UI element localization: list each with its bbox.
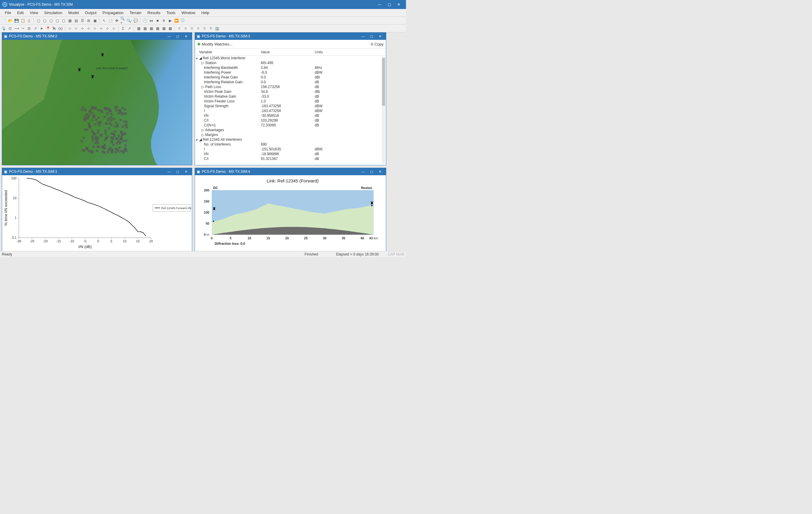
chart-close-button[interactable]: ✕ [182,170,190,174]
watch-row[interactable]: No. of Interferers690 [195,142,386,147]
watch-row[interactable]: I-163.473258dBW [195,108,386,113]
maximize-button[interactable]: ▢ [384,2,394,7]
obj1-icon[interactable]: ◊ [177,26,182,31]
menu-file[interactable]: File [2,9,14,16]
nav-icon[interactable]: ➤ [39,26,44,31]
watch-group[interactable]: ◢ Ref-12345.Worst Interferer [195,56,386,60]
obj2-icon[interactable]: ◊ [183,26,188,31]
grid-icon[interactable]: ▦ [67,18,72,23]
window5-icon[interactable]: ▢ [61,18,66,23]
map-titlebar[interactable]: ▣ PCS-FS Demo - MS TX.SIM:2 — ▢ ✕ [2,33,192,40]
map3-icon[interactable]: ▦ [148,26,154,31]
watch-minimize-button[interactable]: — [359,34,367,38]
chart-titlebar[interactable]: ▣ PCS-FS Demo - MS TX.SIM:1 — ▢ ✕ [2,168,192,175]
col-value[interactable]: Value [261,50,315,54]
watch-row[interactable]: Victim Relative Gain-33.0dB [195,94,386,99]
var-icon[interactable]: (x) [58,26,63,31]
map-minimize-button[interactable]: — [165,34,173,38]
rewind-icon[interactable]: ⏮ [148,18,154,23]
path-icon[interactable]: ⤳ [20,26,25,31]
watch-titlebar[interactable]: ▣ PCS-FS Demo - MS TX.SIM:3 — ▢ ✕ [195,33,386,40]
obj6-icon[interactable]: ◊ [208,26,213,31]
watch-row[interactable]: C/(N+I)72.33099dB [195,123,386,127]
chart-canvas[interactable]: -30-25-20-15-10-5051015200.1110100I/N (d… [2,175,192,251]
watch-row[interactable]: I/N-18.986896dB [195,151,386,156]
watch-row[interactable]: ▷ Advantages [195,127,386,133]
select-icon[interactable]: ⬚ [108,18,113,23]
watch-row[interactable]: Interfering Peak Gain0.0dBi [195,75,386,80]
station-icon[interactable]: 📍 [45,26,51,31]
pointer-icon[interactable]: ↖ [102,18,107,23]
watch-row[interactable]: I/N-30.958518dB [195,113,386,118]
obj5-icon[interactable]: ◊ [202,26,207,31]
close-button[interactable]: ✕ [394,2,404,7]
tool6-icon[interactable]: ⊹ [92,26,97,31]
obj3-icon[interactable]: ◊ [189,26,195,31]
tool4-icon[interactable]: ⊹ [80,26,85,31]
pause-icon[interactable]: ⏸ [161,18,167,23]
profile-minimize-button[interactable]: — [359,170,367,173]
antenna-icon[interactable]: 📡 [1,26,7,31]
menu-terrain[interactable]: Terrain [127,9,145,16]
play-icon[interactable]: ▶ [167,18,173,23]
copy-button[interactable]: Copy [375,42,383,47]
map-canvas[interactable]: ♜ ♜ ♜ Link, Ref-12345 (Forward) [2,40,192,165]
menu-simulation[interactable]: Simulation [41,9,65,16]
menu-view[interactable]: View [27,9,41,16]
save-icon[interactable]: 💾 [14,18,19,23]
watch-row[interactable]: Interfering Relative Gain0.0dB [195,80,386,84]
watch-maximize-button[interactable]: ▢ [367,34,376,38]
tool8-icon[interactable]: ⊹ [105,26,110,31]
col-units[interactable]: Units [315,50,386,54]
new-icon[interactable]: 📄 [1,18,7,23]
profile-maximize-button[interactable]: ▢ [367,170,376,174]
watch-scrollbar[interactable] [382,57,385,164]
zoom-in-icon[interactable]: 🔍+ [120,18,126,23]
pan-icon[interactable]: ✥ [114,18,119,23]
map5-icon[interactable]: ▦ [161,26,167,31]
profile-titlebar[interactable]: ▣ PCS-FS Demo - MS TX.SIM:4 — ▢ ✕ [195,168,386,175]
chat-icon[interactable]: 💬 [133,18,138,23]
map2-icon[interactable]: ▦ [142,26,148,31]
menu-model[interactable]: Model [65,9,82,16]
page-icon[interactable]: ▯ [26,18,32,23]
menu-output[interactable]: Output [82,9,99,16]
link-icon[interactable]: ⟶ [14,26,19,31]
col-variable[interactable]: Variable [195,50,261,54]
chart-maximize-button[interactable]: ▢ [173,170,182,174]
watch-scrollbar-thumb[interactable] [382,58,385,106]
table-icon[interactable]: ▤ [74,18,79,23]
info-icon[interactable]: ⓘ [180,18,185,23]
map6-icon[interactable]: ▦ [167,26,173,31]
menu-window[interactable]: Window [178,9,198,16]
map-close-button[interactable]: ✕ [182,34,190,38]
sigma-icon[interactable]: Σ [120,26,126,31]
sat-icon[interactable]: 🛰 [52,26,57,31]
export-icon[interactable]: ↗ [127,26,132,31]
tool5-icon[interactable]: ⊹ [86,26,91,31]
window-icon[interactable]: ▢ [36,18,41,23]
menu-results[interactable]: Results [144,9,163,16]
map4-icon[interactable]: ▦ [155,26,160,31]
list-icon[interactable]: ☰ [80,18,85,23]
menu-propagation[interactable]: Propagation [99,9,126,16]
profile-canvas[interactable]: Link: Ref-12345 (Forward)0 m501001502000… [195,175,386,251]
tool-icon[interactable]: ↗ [33,26,38,31]
open-icon[interactable]: 📂 [7,18,13,23]
menu-edit[interactable]: Edit [14,9,27,16]
obj4-icon[interactable]: ◊ [196,26,201,31]
minimize-button[interactable]: — [375,2,384,7]
tool9-icon[interactable]: ⊹ [111,26,116,31]
stop-icon[interactable]: ■ [155,18,160,23]
map-maximize-button[interactable]: ▢ [173,34,182,38]
watch-row[interactable]: ▷ Path Loss158.273258dB [195,84,386,89]
profile-close-button[interactable]: ✕ [376,170,384,174]
tool7-icon[interactable]: ⊹ [98,26,104,31]
watch-row[interactable]: Victim Peak Gain34.8dBi [195,89,386,94]
watch-row[interactable]: I-151.501635dBW [195,147,386,151]
watch-body[interactable]: ◢ Ref-12345.Worst Interferer▷ StationMS-… [195,56,386,165]
watch-group[interactable]: ◢ Ref-12345.All Interferers [195,137,386,142]
tile-icon[interactable]: ⊞ [86,18,91,23]
modify-watches-button[interactable]: Modify Watches... [202,42,233,47]
watch-row[interactable]: C/I91.321367dB [195,156,386,161]
